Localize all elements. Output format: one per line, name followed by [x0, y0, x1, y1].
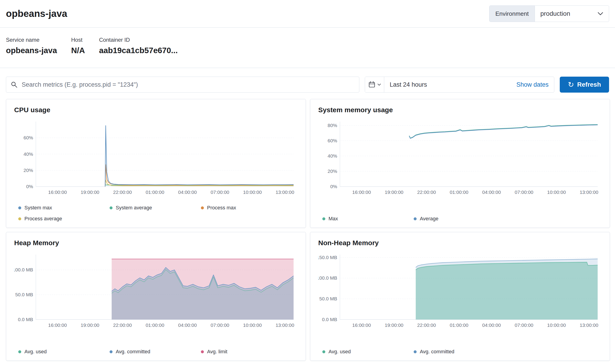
svg-text:0%: 0% — [330, 184, 337, 189]
environment-value: production — [540, 10, 570, 17]
svg-text:19:00:00: 19:00:00 — [81, 323, 99, 328]
svg-text:150.0 MB: 150.0 MB — [318, 255, 337, 260]
svg-text:20%: 20% — [24, 168, 33, 173]
svg-text:07:00:00: 07:00:00 — [515, 190, 533, 195]
legend-dot — [18, 350, 21, 353]
legend-dot — [201, 350, 204, 353]
svg-text:22:00:00: 22:00:00 — [113, 190, 132, 195]
svg-text:22:00:00: 22:00:00 — [417, 323, 436, 328]
host-value: N/A — [71, 46, 85, 55]
legend-item[interactable]: Process max — [201, 205, 292, 211]
svg-text:04:00:00: 04:00:00 — [482, 190, 501, 195]
heap-memory-legend: Avg. usedAvg. committedAvg. limit — [14, 349, 298, 355]
legend-item[interactable]: Avg. committed — [109, 349, 201, 355]
page-header: opbeans-java Environment production — [0, 0, 615, 28]
calendar-icon — [368, 81, 376, 88]
legend-item[interactable]: Max — [322, 216, 414, 222]
non-heap-memory-title: Non-Heap Memory — [318, 239, 602, 247]
system-memory-title: System memory usage — [318, 106, 602, 114]
refresh-button-label: Refresh — [577, 81, 601, 88]
svg-text:04:00:00: 04:00:00 — [178, 190, 197, 195]
svg-text:07:00:00: 07:00:00 — [211, 190, 229, 195]
legend-item[interactable]: System max — [18, 205, 109, 211]
non-heap-memory-legend: Avg. usedAvg. committed — [318, 349, 602, 355]
legend-item[interactable]: Average — [414, 216, 505, 222]
charts-grid: CPU usage 0%20%40%60%16:00:0019:00:0022:… — [0, 99, 615, 363]
svg-text:0.0 MB: 0.0 MB — [322, 317, 337, 322]
time-range-display[interactable]: Last 24 hours Show dates — [384, 77, 554, 92]
svg-text:01:00:00: 01:00:00 — [450, 190, 468, 195]
svg-text:04:00:00: 04:00:00 — [178, 323, 197, 328]
service-name-value: opbeans-java — [6, 46, 57, 55]
legend-dot — [414, 350, 417, 353]
legend-item[interactable]: Avg. used — [322, 349, 414, 355]
legend-item[interactable]: System average — [109, 205, 201, 211]
system-memory-chart[interactable]: 0%20%40%60%80%16:00:0019:00:0022:00:0001… — [318, 118, 602, 197]
svg-text:16:00:00: 16:00:00 — [48, 323, 67, 328]
svg-text:07:00:00: 07:00:00 — [211, 323, 229, 328]
svg-text:40%: 40% — [328, 153, 337, 158]
container-id-label: Container ID — [99, 37, 178, 43]
heap-memory-title: Heap Memory — [14, 239, 298, 247]
svg-text:60%: 60% — [328, 138, 337, 143]
service-info-bar: Service name opbeans-java Host N/A Conta… — [0, 28, 615, 68]
legend-dot — [414, 217, 417, 220]
legend-dot — [109, 350, 112, 353]
refresh-button[interactable]: ↻ Refresh — [560, 77, 609, 93]
legend-dot — [322, 350, 325, 353]
svg-text:04:00:00: 04:00:00 — [482, 323, 501, 328]
svg-text:22:00:00: 22:00:00 — [417, 190, 436, 195]
svg-text:19:00:00: 19:00:00 — [385, 190, 403, 195]
search-icon — [11, 81, 18, 88]
legend-label: Max — [328, 216, 338, 222]
svg-text:80%: 80% — [328, 123, 337, 128]
svg-text:40%: 40% — [24, 151, 33, 157]
chevron-down-icon — [377, 83, 381, 86]
svg-text:60%: 60% — [24, 135, 33, 140]
svg-text:16:00:00: 16:00:00 — [352, 190, 371, 195]
svg-text:19:00:00: 19:00:00 — [385, 323, 403, 328]
non-heap-memory-chart[interactable]: 0.0 MB50.0 MB100.0 MB150.0 MB16:00:0019:… — [318, 251, 602, 330]
cpu-usage-panel: CPU usage 0%20%40%60%16:00:0019:00:0022:… — [6, 99, 306, 228]
legend-item[interactable]: Avg. limit — [201, 349, 292, 355]
cpu-usage-title: CPU usage — [14, 106, 298, 114]
svg-text:20%: 20% — [328, 169, 337, 174]
container-id-value: aab19ca1cb57e670... — [99, 46, 178, 55]
legend-label: Average — [420, 216, 438, 222]
svg-text:01:00:00: 01:00:00 — [146, 190, 164, 195]
show-dates-link[interactable]: Show dates — [516, 81, 548, 88]
environment-select[interactable]: production — [535, 6, 609, 22]
time-range-value: Last 24 hours — [390, 81, 427, 88]
svg-text:16:00:00: 16:00:00 — [352, 323, 371, 328]
host-field: Host N/A — [71, 37, 85, 55]
cpu-usage-legend: System maxSystem averageProcess maxProce… — [14, 205, 298, 222]
search-metrics-input[interactable] — [21, 81, 355, 89]
chevron-down-icon — [597, 12, 603, 15]
legend-label: Avg. used — [328, 349, 351, 355]
svg-text:13:00:00: 13:00:00 — [580, 190, 598, 195]
legend-item[interactable]: Avg. committed — [414, 349, 505, 355]
svg-text:22:00:00: 22:00:00 — [113, 323, 132, 328]
calendar-dropdown-button[interactable] — [365, 77, 384, 92]
refresh-icon: ↻ — [568, 81, 574, 88]
environment-selector[interactable]: Environment production — [489, 5, 609, 22]
cpu-usage-chart[interactable]: 0%20%40%60%16:00:0019:00:0022:00:0001:00… — [14, 118, 298, 197]
legend-item[interactable]: Avg. used — [18, 349, 109, 355]
system-memory-panel: System memory usage 0%20%40%60%80%16:00:… — [310, 99, 610, 228]
heap-memory-chart[interactable]: 0.0 MB50.0 MB100.0 MB16:00:0019:00:0022:… — [14, 251, 298, 330]
heap-memory-panel: Heap Memory 0.0 MB50.0 MB100.0 MB16:00:0… — [6, 232, 306, 361]
svg-text:01:00:00: 01:00:00 — [146, 323, 164, 328]
legend-label: Avg. committed — [420, 349, 454, 355]
svg-text:13:00:00: 13:00:00 — [275, 190, 294, 195]
svg-text:10:00:00: 10:00:00 — [547, 323, 566, 328]
container-id-field: Container ID aab19ca1cb57e670... — [99, 37, 178, 55]
svg-text:01:00:00: 01:00:00 — [450, 323, 468, 328]
svg-text:0%: 0% — [26, 184, 33, 189]
svg-text:50.0 MB: 50.0 MB — [319, 296, 337, 301]
legend-dot — [18, 206, 21, 209]
legend-item[interactable]: Process average — [18, 216, 109, 222]
metrics-toolbar: Last 24 hours Show dates ↻ Refresh — [6, 77, 609, 93]
legend-label: Avg. limit — [207, 349, 227, 355]
non-heap-memory-panel: Non-Heap Memory 0.0 MB50.0 MB100.0 MB150… — [310, 232, 610, 361]
svg-text:100.0 MB: 100.0 MB — [14, 267, 33, 272]
